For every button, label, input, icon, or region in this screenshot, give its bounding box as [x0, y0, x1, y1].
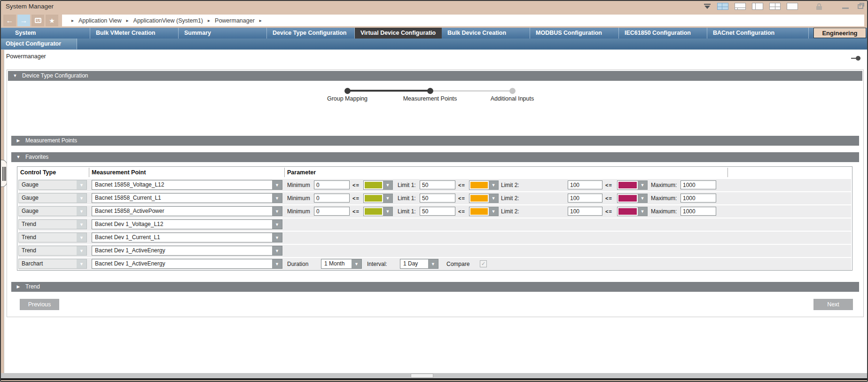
- restore-icon[interactable]: [858, 4, 863, 9]
- next-button[interactable]: Next: [813, 299, 853, 310]
- previous-button[interactable]: Previous: [20, 299, 59, 310]
- limit2-color-dropdown[interactable]: ▼: [469, 180, 499, 190]
- tab-engineering[interactable]: Engineering: [813, 28, 866, 38]
- limit2-input[interactable]: [568, 207, 602, 216]
- control-type-dropdown[interactable]: Trend▼: [18, 233, 87, 242]
- measurement-point-dropdown[interactable]: Bacnet Dev 1_ActiveEnergy▼: [92, 259, 282, 269]
- section-title: Favorites: [25, 154, 48, 160]
- tab-iec61850-configuration[interactable]: IEC61850 Configuration: [619, 28, 707, 39]
- measurement-point-dropdown[interactable]: Bacnet Dev 1_ActiveEnergy▼: [92, 246, 282, 256]
- collapse-toolbar-icon[interactable]: [704, 3, 711, 10]
- breadcrumb-item-application-view[interactable]: Application View: [78, 17, 122, 24]
- tab-virtual-device-configuration[interactable]: Virtual Device Configuratio: [355, 28, 442, 39]
- limit2-color-dropdown[interactable]: ▼: [469, 194, 499, 203]
- limit1-input[interactable]: [420, 180, 455, 189]
- maximum-input[interactable]: [680, 207, 716, 216]
- step-label-group-mapping: Group Mapping: [317, 95, 378, 102]
- control-type-dropdown[interactable]: Trend▼: [18, 219, 87, 229]
- forward-button[interactable]: →: [17, 15, 30, 26]
- duration-dropdown[interactable]: 1 Month▼: [321, 259, 362, 269]
- color-swatch: [365, 208, 382, 215]
- tab-modbus-configuration[interactable]: MODBUS Configuration: [530, 28, 619, 39]
- column-separator: [284, 168, 285, 177]
- control-type-dropdown[interactable]: Gauge▼: [18, 206, 87, 216]
- lock-icon[interactable]: [816, 3, 822, 10]
- layout-left-pane-icon[interactable]: [752, 3, 763, 10]
- minimum-label: Minimum: [287, 179, 310, 191]
- dropdown-value: 1 Day: [400, 259, 428, 268]
- table-row: Trend▼ Bacnet Dev 1_Voltage_L12▼: [18, 218, 851, 231]
- tab-bulk-vmeter-creation[interactable]: Bulk VMeter Creation: [90, 28, 179, 39]
- section-trend[interactable]: ▶Trend: [11, 282, 859, 292]
- section-favorites[interactable]: ▼Favorites: [11, 152, 859, 162]
- limit1-color-dropdown[interactable]: ▼: [363, 180, 393, 190]
- favorites-button[interactable]: ★: [46, 15, 58, 26]
- maximum-input[interactable]: [680, 194, 716, 203]
- control-type-dropdown[interactable]: Gauge▼: [18, 193, 87, 203]
- layout-quad-icon[interactable]: [717, 3, 728, 10]
- tab-object-configurator[interactable]: Object Configurator: [1, 39, 77, 49]
- layout-grid-icon[interactable]: [769, 3, 781, 10]
- section-device-type-configuration[interactable]: ▼Device Type Configuration: [8, 71, 862, 81]
- control-type-dropdown[interactable]: Trend▼: [18, 246, 87, 256]
- limit1-color-dropdown[interactable]: ▼: [363, 194, 393, 203]
- tab-summary[interactable]: Summary: [179, 28, 267, 39]
- limit2-input[interactable]: [568, 180, 602, 189]
- limit1-color-dropdown[interactable]: ▼: [363, 207, 393, 216]
- stepper-line-complete: [347, 90, 430, 92]
- chevron-down-icon: ▼: [428, 259, 438, 268]
- color-swatch: [470, 208, 488, 215]
- horizontal-scrollbar-thumb[interactable]: [411, 374, 433, 378]
- layout-single-pane-icon[interactable]: [787, 3, 798, 10]
- step-dot-measurement-points: [427, 88, 433, 94]
- measurement-point-dropdown[interactable]: Bacnet Dev 1_Voltage_L12▼: [92, 219, 282, 229]
- lte-label: <=: [352, 179, 360, 191]
- maximum-color-dropdown[interactable]: ▼: [617, 194, 648, 203]
- section-measurement-points[interactable]: ▶Measurement Points: [11, 136, 859, 146]
- layout-bottom-pane-icon[interactable]: [735, 3, 746, 10]
- tab-bulk-device-creation[interactable]: Bulk Device Creation: [442, 28, 530, 39]
- color-swatch: [618, 182, 637, 188]
- compare-checkbox[interactable]: ✓: [480, 260, 487, 267]
- tab-bacnet-configuration[interactable]: BACnet Configuration: [707, 28, 809, 39]
- limit2-input[interactable]: [568, 194, 602, 203]
- minimum-input[interactable]: [314, 207, 350, 216]
- breadcrumb-item-applicationview-system1[interactable]: ApplicationView (System1): [133, 17, 203, 24]
- chevron-down-icon: ▼: [77, 180, 86, 189]
- minimum-input[interactable]: [314, 194, 350, 203]
- breadcrumb-arrow-icon: ▸: [126, 18, 129, 23]
- breadcrumb-item-powermanager[interactable]: Powermanager: [215, 17, 255, 24]
- chevron-down-icon: ▼: [489, 194, 498, 203]
- history-button[interactable]: [31, 15, 44, 26]
- tab-device-type-configuration[interactable]: Device Type Configuration: [267, 28, 355, 39]
- measurement-point-dropdown[interactable]: Bacnet 15858_ActivePower▼: [92, 206, 282, 216]
- tab-system[interactable]: System: [1, 28, 90, 39]
- window-title: System Manager: [6, 3, 54, 10]
- back-button[interactable]: ←: [3, 15, 16, 26]
- section-title: Device Type Configuration: [22, 72, 88, 79]
- measurement-point-dropdown[interactable]: Bacnet 15858_Current_L1▼: [92, 193, 282, 203]
- horizontal-scrollbar[interactable]: [1, 373, 867, 378]
- breadcrumb-arrow-icon: ▸: [208, 18, 210, 23]
- pane-pin-icon[interactable]: [851, 56, 860, 61]
- chevron-down-icon: ▼: [383, 194, 392, 203]
- chevron-down-icon: ▼: [77, 194, 86, 203]
- chevron-down-icon: ▼: [352, 259, 361, 268]
- maximum-input[interactable]: [680, 180, 716, 189]
- section-title: Measurement Points: [25, 137, 77, 144]
- maximum-color-dropdown[interactable]: ▼: [617, 207, 648, 216]
- limit1-input[interactable]: [420, 194, 455, 203]
- control-type-dropdown[interactable]: Barchart▼: [18, 259, 87, 269]
- measurement-point-dropdown[interactable]: Bacnet Dev 1_Current_L1▼: [92, 233, 282, 242]
- limit2-color-dropdown[interactable]: ▼: [469, 207, 499, 216]
- chevron-down-icon: ▼: [77, 233, 86, 242]
- triangle-down-icon: ▼: [11, 152, 25, 162]
- control-type-dropdown[interactable]: Gauge▼: [18, 180, 87, 190]
- maximum-color-dropdown[interactable]: ▼: [617, 180, 648, 190]
- interval-dropdown[interactable]: 1 Day▼: [400, 259, 438, 269]
- limit1-input[interactable]: [420, 207, 455, 216]
- minimize-icon[interactable]: [842, 8, 849, 9]
- minimum-input[interactable]: [314, 180, 350, 189]
- measurement-point-dropdown[interactable]: Bacnet 15858_Voltage_L12▼: [92, 180, 282, 190]
- color-swatch: [365, 195, 382, 202]
